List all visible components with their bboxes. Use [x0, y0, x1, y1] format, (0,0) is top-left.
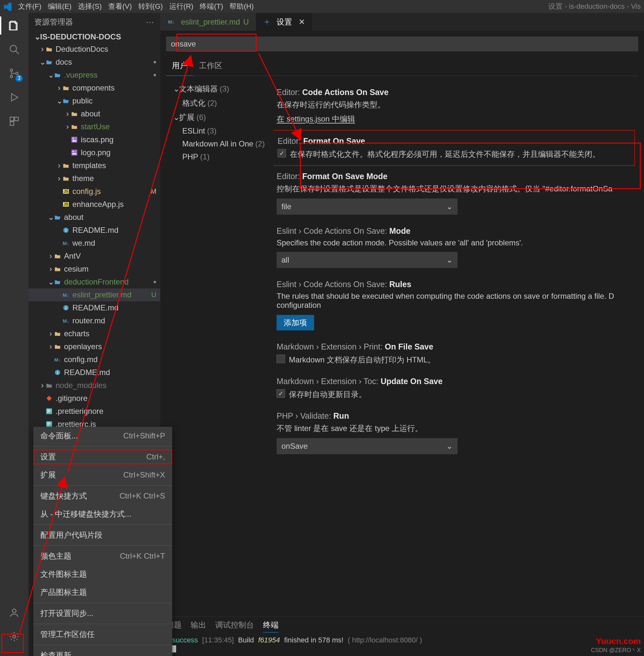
tree-row[interactable]: ›echarts: [28, 327, 160, 340]
tree-row[interactable]: ›DeductionDocs: [28, 43, 160, 56]
tree-row[interactable]: ›openlayers: [28, 340, 160, 353]
tree-row[interactable]: logo.png: [28, 146, 160, 159]
info-icon: i: [54, 369, 62, 376]
menu-item[interactable]: 转到(G): [135, 2, 166, 11]
editor-tab[interactable]: 设置✕: [256, 13, 312, 31]
editor-tabs[interactable]: M↓eslint_prettier.mdU设置✕: [160, 13, 644, 31]
menu-item[interactable]: 终端(T): [197, 2, 226, 11]
tree-row[interactable]: ›about: [28, 107, 160, 120]
menu-item[interactable]: 选择(S): [75, 2, 105, 11]
tree-row[interactable]: M↓config.md: [28, 353, 160, 366]
editor-tab[interactable]: M↓eslint_prettier.mdU: [160, 13, 256, 31]
tree-row[interactable]: ›components: [28, 82, 160, 94]
toc-item[interactable]: PHP (1): [163, 150, 270, 163]
context-menu-item[interactable]: 文件图标主题: [33, 565, 172, 583]
project-header[interactable]: ⌄ IS-DEDUCTION-DOCS: [28, 31, 160, 43]
menu-item[interactable]: 查看(V): [105, 2, 135, 11]
settings-scope-tab[interactable]: 工作区: [193, 57, 228, 76]
menu-item[interactable]: 文件(F): [15, 2, 45, 11]
menu-bar[interactable]: 文件(F)编辑(E)选择(S)查看(V)转到(G)运行(R)终端(T)帮助(H): [15, 2, 257, 11]
format-on-save-checkbox[interactable]: [278, 149, 286, 157]
menu-item[interactable]: 运行(R): [166, 2, 197, 11]
md-toc-checkbox[interactable]: [277, 389, 285, 398]
panel-tabs[interactable]: 问题输出调试控制台终端: [166, 616, 638, 636]
tree-row[interactable]: ›cesium: [28, 263, 160, 276]
tree-row[interactable]: JSconfig.jsM: [28, 185, 160, 198]
close-icon[interactable]: ✕: [299, 18, 305, 26]
context-menu-item[interactable]: 配置用户代码片段: [33, 526, 172, 544]
context-menu-item[interactable]: 从 - 中迁移键盘快捷方式...: [33, 505, 172, 523]
gear-context-menu[interactable]: 命令面板...Ctrl+Shift+P设置Ctrl+,扩展Ctrl+Shift+…: [33, 427, 172, 656]
tree-row[interactable]: ⌄deductionFrontend•: [28, 276, 160, 288]
tree-row[interactable]: ›templates: [28, 159, 160, 172]
activity-debug-icon[interactable]: [6, 90, 22, 105]
panel-tab[interactable]: 终端: [263, 620, 279, 633]
context-menu-item[interactable]: 产品图标主题: [33, 583, 172, 602]
eslint-mode-select[interactable]: all⌄: [277, 252, 458, 268]
tree-row[interactable]: iREADME.md: [28, 366, 160, 379]
setting-code-actions-on-save[interactable]: Editor: Code Actions On Save 在保存时运行的代码操作…: [277, 82, 635, 130]
setting-md-print[interactable]: Markdown › Extension › Print: On File Sa…: [277, 336, 635, 371]
toc-item[interactable]: 格式化 (2): [163, 96, 270, 110]
add-item-button[interactable]: 添加项: [277, 315, 314, 330]
tree-row[interactable]: ⌄docs•: [28, 56, 160, 68]
toc-item[interactable]: ⌄扩展 (6): [163, 110, 270, 125]
activity-account-icon[interactable]: [6, 605, 22, 620]
chevron-icon: ›: [40, 45, 45, 54]
settings-search-input[interactable]: [166, 37, 638, 51]
settings-scope-tab[interactable]: 用户: [166, 57, 193, 76]
tree-row[interactable]: iREADME.md: [28, 301, 160, 314]
edit-in-settings-json-link[interactable]: 在 settings.json 中编辑: [277, 114, 355, 124]
context-menu-item[interactable]: 颜色主题Ctrl+K Ctrl+T: [33, 547, 172, 565]
context-menu-item[interactable]: 扩展Ctrl+Shift+X: [33, 466, 172, 484]
tree-row[interactable]: M↓eslint_prettier.mdU: [28, 288, 160, 301]
tree-row[interactable]: ⌄public: [28, 94, 160, 107]
terminal-output[interactable]: > success [11:35:45] Build f61954 finish…: [166, 636, 638, 653]
setting-eslint-rules[interactable]: Eslint › Code Actions On Save: Rules The…: [277, 274, 635, 336]
activity-scm-icon[interactable]: 3: [6, 66, 22, 81]
format-mode-select[interactable]: file⌄: [277, 198, 458, 215]
context-menu-item[interactable]: 设置Ctrl+,: [33, 448, 172, 466]
context-menu-item[interactable]: 检查更新...: [33, 646, 172, 656]
setting-md-toc[interactable]: Markdown › Extension › Toc: Update On Sa…: [277, 371, 635, 406]
context-menu-item[interactable]: 命令面板...Ctrl+Shift+P: [33, 427, 172, 445]
setting-format-on-save[interactable]: Editor: Format On Save 在保存时格式化文件。格式化程序必须…: [273, 130, 635, 166]
tree-row[interactable]: ›startUse: [28, 120, 160, 133]
toc-item[interactable]: Markdown All in One (2): [163, 137, 270, 150]
activity-explorer-icon[interactable]: [6, 18, 22, 33]
md-print-checkbox[interactable]: [277, 355, 285, 363]
menu-item[interactable]: 编辑(E): [45, 2, 75, 11]
sidebar-more-icon[interactable]: ···: [146, 18, 155, 26]
tree-row[interactable]: JSenhanceApp.js: [28, 198, 160, 211]
php-run-select[interactable]: onSave⌄: [277, 438, 458, 454]
context-menu-item[interactable]: 管理工作区信任: [33, 625, 172, 643]
toc-item[interactable]: ESLint (3): [163, 125, 270, 137]
panel-tab[interactable]: 输出: [191, 620, 206, 633]
menu-item[interactable]: 帮助(H): [226, 2, 257, 11]
settings-scope-tabs[interactable]: 用户工作区: [166, 57, 638, 76]
setting-php-run[interactable]: PHP › Validate: Run 不管 linter 是在 save 还是…: [277, 406, 635, 460]
setting-eslint-mode[interactable]: Eslint › Code Actions On Save: Mode Spec…: [277, 220, 635, 274]
tree-row[interactable]: .gitignore: [28, 392, 160, 405]
toc-item[interactable]: ⌄文本编辑器 (3): [163, 82, 270, 96]
context-menu-item[interactable]: 键盘快捷方式Ctrl+K Ctrl+S: [33, 487, 172, 505]
setting-format-on-save-mode[interactable]: Editor: Format On Save Mode 控制在保存时设置格式是设…: [277, 166, 635, 220]
tree-row[interactable]: M↓router.md: [28, 314, 160, 327]
tree-row[interactable]: ⌄about: [28, 211, 160, 224]
activity-search-icon[interactable]: [6, 42, 22, 57]
tree-row[interactable]: iREADME.md: [28, 224, 160, 237]
context-menu-item[interactable]: 打开设置同步...: [33, 604, 172, 622]
tree-row[interactable]: ›node_modules: [28, 379, 160, 392]
file-name: router.md: [72, 316, 156, 325]
settings-toc[interactable]: ⌄文本编辑器 (3)格式化 (2)⌄扩展 (6)ESLint (3)Markdo…: [160, 76, 273, 616]
tree-row[interactable]: ⌄.vuepress•: [28, 68, 160, 82]
tree-row[interactable]: .prettierignore: [28, 405, 160, 418]
tree-row[interactable]: M↓we.md: [28, 237, 160, 249]
tree-row[interactable]: iscas.png: [28, 133, 160, 146]
tree-row[interactable]: ›AntV: [28, 249, 160, 263]
activity-gear-icon[interactable]: [6, 629, 22, 644]
activity-extensions-icon[interactable]: [6, 113, 22, 129]
panel-tab[interactable]: 调试控制台: [215, 620, 254, 633]
tree-row[interactable]: ›theme: [28, 172, 160, 185]
settings-list[interactable]: Editor: Code Actions On Save 在保存时运行的代码操作…: [273, 76, 644, 616]
